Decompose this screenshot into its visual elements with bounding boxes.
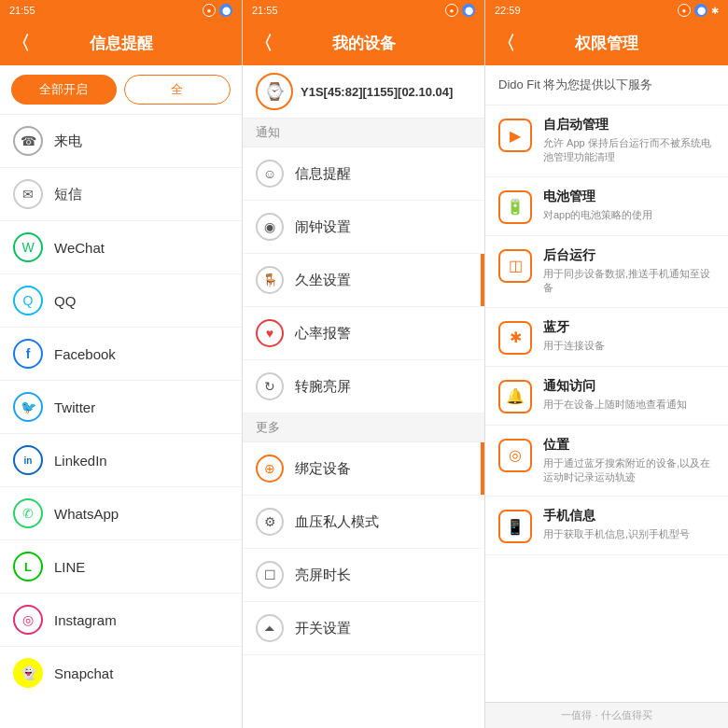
device-name: Y1S[45:82][1155][02.10.04]	[301, 85, 453, 99]
perm-phone-info[interactable]: 📱 手机信息 用于获取手机信息,识别手机型号	[485, 497, 728, 555]
location-text: 位置 用于通过蓝牙搜索附近的设备,以及在运动时记录运动轨迹	[543, 437, 715, 485]
device-icon: ⌚	[256, 73, 293, 110]
screen-label: 亮屏时长	[295, 567, 351, 584]
menu-wrist-bright[interactable]: ↻ 转腕亮屏	[243, 360, 484, 413]
battery-icon: 🔋	[498, 190, 532, 224]
alarm-label: 闹钟设置	[295, 218, 351, 236]
panel-permissions: 22:59 ● ⬤ ✱ 〈 权限管理 Dido Fit 将为您提供以下服务 ▶ …	[485, 0, 728, 728]
back-button-1[interactable]: 〈	[11, 31, 30, 56]
accent-bar-2	[481, 442, 484, 495]
page-title-2: 我的设备	[332, 33, 396, 54]
perm-battery[interactable]: 🔋 电池管理 对app的电池策略的使用	[485, 177, 728, 236]
menu-bind-device[interactable]: ⊕ 绑定设备	[243, 442, 484, 496]
notification-icon: 🔔	[498, 380, 532, 413]
line-icon: L	[13, 552, 43, 581]
app-name-instagram: Instagram	[54, 612, 117, 628]
menu-bp-private[interactable]: ⚙ 血压私人模式	[243, 496, 484, 549]
status-bar-3: 22:59 ● ⬤ ✱	[485, 0, 728, 21]
device-header: ⌚ Y1S[45:82][1155][02.10.04]	[243, 65, 484, 119]
panel-my-device: 21:55 ● ⬤ 〈 我的设备 ⌚ Y1S[45:82][1155][02.1…	[243, 0, 485, 728]
app-name-linkedin: LinkedIn	[54, 453, 107, 469]
background-icon: ◫	[498, 249, 532, 283]
snapchat-icon: 👻	[13, 658, 43, 688]
autostart-icon: ▶	[498, 119, 532, 152]
notif-dot-1: ●	[203, 4, 216, 17]
perm-intro: Dido Fit 将为您提供以下服务	[485, 65, 728, 105]
section-more: 更多	[243, 413, 484, 442]
menu-screen-time[interactable]: ☐ 亮屏时长	[243, 549, 484, 602]
perm-background[interactable]: ◫ 后台运行 用于同步设备数据,推送手机通知至设备	[485, 236, 728, 308]
screen-icon: ☐	[256, 561, 284, 589]
all-open-button[interactable]: 全部开启	[11, 75, 117, 105]
notification-title: 通知访问	[543, 378, 715, 395]
list-item-qq[interactable]: Q QQ	[0, 274, 242, 328]
list-item-linkedin[interactable]: in LinkedIn	[0, 434, 242, 487]
app-name-sms: 短信	[54, 186, 82, 203]
list-item-whatsapp[interactable]: ✆ WhatsApp	[0, 487, 242, 540]
list-item-wechat[interactable]: W WeChat	[0, 221, 242, 274]
app-name-phone: 来电	[54, 133, 82, 150]
notif-dot-6: ⬤	[694, 4, 707, 17]
menu-switch-settings[interactable]: ⏶ 开关设置	[243, 602, 484, 655]
permissions-list: ▶ 自启动管理 允许 App 保持后台运行而不被系统电池管理功能清理 🔋 电池管…	[485, 105, 728, 702]
phone-info-icon: 📱	[498, 510, 532, 543]
back-button-3[interactable]: 〈	[497, 31, 515, 56]
back-button-2[interactable]: 〈	[254, 31, 273, 56]
device-menu: 通知 ☺ 信息提醒 ◉ 闹钟设置 🪑 久坐设置 ♥ 心率报警 ↻ 转腕亮屏 更多…	[243, 119, 484, 728]
wechat-icon: W	[13, 232, 43, 262]
menu-heart-rate[interactable]: ♥ 心率报警	[243, 307, 484, 360]
list-item-line[interactable]: L LINE	[0, 540, 242, 594]
autostart-desc: 允许 App 保持后台运行而不被系统电池管理功能清理	[543, 136, 715, 165]
status-time-3: 22:59	[495, 5, 521, 16]
bluetooth-icon: ✱	[711, 6, 719, 16]
list-item-twitter[interactable]: 🐦 Twitter	[0, 381, 242, 434]
autostart-text: 自启动管理 允许 App 保持后台运行而不被系统电池管理功能清理	[543, 117, 715, 165]
perm-autostart[interactable]: ▶ 自启动管理 允许 App 保持后台运行而不被系统电池管理功能清理	[485, 105, 728, 177]
header-3: 〈 权限管理	[485, 21, 728, 65]
perm-bluetooth[interactable]: ✱ 蓝牙 用于连接设备	[485, 308, 728, 367]
phone-info-title: 手机信息	[543, 508, 715, 525]
page-title-1: 信息提醒	[90, 33, 153, 54]
menu-alarm[interactable]: ◉ 闹钟设置	[243, 201, 484, 254]
header-2: 〈 我的设备	[243, 21, 484, 65]
status-icons-3: ● ⬤ ✱	[678, 4, 719, 17]
menu-sedentary[interactable]: 🪑 久坐设置	[243, 254, 484, 307]
bluetooth-perm-icon: ✱	[498, 321, 532, 355]
bluetooth-desc: 用于连接设备	[543, 339, 715, 353]
notification-desc: 用于在设备上随时随地查看通知	[543, 398, 715, 412]
bind-icon: ⊕	[256, 455, 284, 483]
phone-info-desc: 用于获取手机信息,识别手机型号	[543, 527, 715, 541]
all-close-button[interactable]: 全	[124, 75, 231, 105]
alarm-icon: ◉	[256, 213, 284, 241]
heart-label: 心率报警	[295, 325, 351, 343]
perm-location[interactable]: ◎ 位置 用于通过蓝牙搜索附近的设备,以及在运动时记录运动轨迹	[485, 426, 728, 497]
perm-notification[interactable]: 🔔 通知访问 用于在设备上随时随地查看通知	[485, 367, 728, 426]
footer-bar: 一值得 · 什么值得买	[485, 702, 728, 728]
list-item-snapchat[interactable]: 👻 Snapchat	[0, 647, 242, 699]
battery-desc: 对app的电池策略的使用	[543, 208, 715, 222]
heart-icon: ♥	[256, 319, 284, 347]
notif-dot-3: ●	[445, 4, 458, 17]
status-time-1: 21:55	[9, 5, 35, 16]
menu-message-remind[interactable]: ☺ 信息提醒	[243, 147, 484, 201]
list-item-facebook[interactable]: f Facebook	[0, 328, 242, 381]
accent-bar	[481, 254, 484, 306]
bind-label: 绑定设备	[295, 460, 351, 478]
list-item-phone[interactable]: ☎ 来电	[0, 115, 242, 168]
battery-text: 电池管理 对app的电池策略的使用	[543, 189, 715, 222]
status-icons-2: ● ⬤	[445, 4, 475, 17]
footer-text: 一值得 · 什么值得买	[561, 708, 651, 722]
app-list: ☎ 来电 ✉ 短信 W WeChat Q QQ f Facebook 🐦 Twi…	[0, 115, 242, 728]
app-name-facebook: Facebook	[54, 346, 116, 362]
list-item-instagram[interactable]: ◎ Instagram	[0, 594, 242, 647]
list-item-sms[interactable]: ✉ 短信	[0, 168, 242, 221]
bluetooth-text: 蓝牙 用于连接设备	[543, 319, 715, 353]
sms-icon: ✉	[13, 179, 43, 209]
sedentary-icon: 🪑	[256, 266, 284, 294]
wrist-icon: ↻	[256, 372, 284, 400]
battery-title: 电池管理	[543, 189, 715, 205]
switch-icon: ⏶	[256, 614, 284, 642]
status-bar-2: 21:55 ● ⬤	[243, 0, 484, 21]
notif-dot-4: ⬤	[462, 4, 475, 17]
status-bar-1: 21:55 ● ⬤	[0, 0, 242, 21]
